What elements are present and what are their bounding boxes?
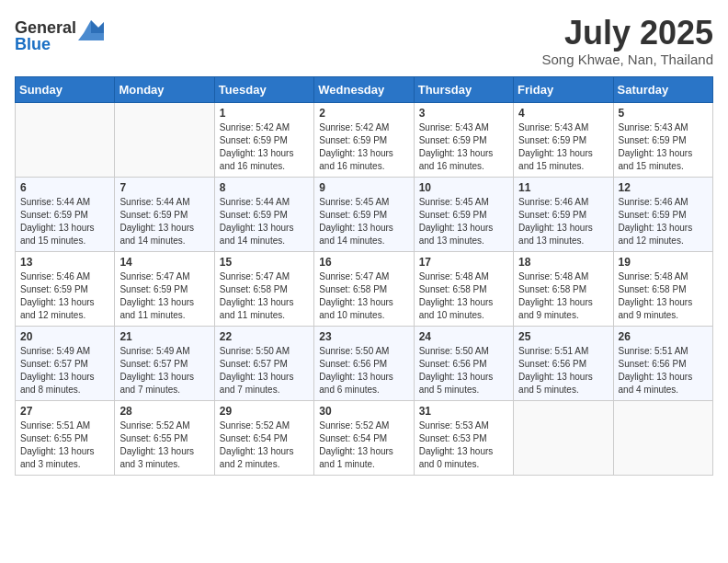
day-number: 24 — [419, 330, 508, 343]
calendar-week-row: 6Sunrise: 5:44 AMSunset: 6:59 PMDaylight… — [16, 177, 713, 251]
calendar-cell — [613, 400, 712, 475]
calendar-cell: 22Sunrise: 5:50 AMSunset: 6:57 PMDayligh… — [214, 326, 313, 400]
day-info: Sunrise: 5:50 AMSunset: 6:56 PMDaylight:… — [319, 345, 408, 396]
calendar-cell: 23Sunrise: 5:50 AMSunset: 6:56 PMDayligh… — [314, 326, 414, 400]
calendar-cell: 11Sunrise: 5:46 AMSunset: 6:59 PMDayligh… — [514, 177, 613, 251]
calendar-cell — [115, 102, 214, 177]
day-info: Sunrise: 5:47 AMSunset: 6:59 PMDaylight:… — [119, 270, 209, 322]
day-info: Sunrise: 5:45 AMSunset: 6:59 PMDaylight:… — [419, 196, 508, 247]
day-info: Sunrise: 5:46 AMSunset: 6:59 PMDaylight:… — [619, 196, 708, 247]
day-number: 16 — [319, 256, 408, 269]
day-number: 12 — [619, 181, 708, 194]
page-header: General Blue July 2025 Song Khwae, Nan, … — [15, 15, 713, 67]
calendar-cell: 19Sunrise: 5:48 AMSunset: 6:58 PMDayligh… — [613, 251, 712, 326]
svg-marker-1 — [91, 20, 104, 33]
calendar-cell: 13Sunrise: 5:46 AMSunset: 6:59 PMDayligh… — [16, 251, 115, 326]
day-info: Sunrise: 5:51 AMSunset: 6:56 PMDaylight:… — [619, 345, 708, 396]
calendar-cell: 31Sunrise: 5:53 AMSunset: 6:53 PMDayligh… — [414, 400, 513, 475]
calendar-cell: 20Sunrise: 5:49 AMSunset: 6:57 PMDayligh… — [16, 326, 115, 400]
calendar-cell: 27Sunrise: 5:51 AMSunset: 6:55 PMDayligh… — [16, 400, 115, 475]
calendar-cell: 7Sunrise: 5:44 AMSunset: 6:59 PMDaylight… — [115, 177, 214, 251]
day-number: 29 — [220, 405, 309, 418]
day-number: 4 — [518, 107, 608, 120]
day-info: Sunrise: 5:49 AMSunset: 6:57 PMDaylight:… — [119, 345, 209, 396]
day-info: Sunrise: 5:51 AMSunset: 6:56 PMDaylight:… — [518, 345, 608, 396]
day-info: Sunrise: 5:45 AMSunset: 6:59 PMDaylight:… — [319, 196, 408, 247]
day-number: 30 — [319, 405, 408, 418]
day-number: 5 — [619, 107, 708, 120]
day-number: 7 — [119, 181, 209, 194]
calendar-cell: 12Sunrise: 5:46 AMSunset: 6:59 PMDayligh… — [613, 177, 712, 251]
calendar-cell — [16, 102, 115, 177]
calendar-cell: 30Sunrise: 5:52 AMSunset: 6:54 PMDayligh… — [314, 400, 414, 475]
day-number: 6 — [20, 181, 109, 194]
day-info: Sunrise: 5:42 AMSunset: 6:59 PMDaylight:… — [319, 121, 408, 173]
calendar-cell: 26Sunrise: 5:51 AMSunset: 6:56 PMDayligh… — [613, 326, 712, 400]
calendar-cell: 29Sunrise: 5:52 AMSunset: 6:54 PMDayligh… — [214, 400, 313, 475]
day-number: 26 — [619, 330, 708, 343]
calendar-cell: 2Sunrise: 5:42 AMSunset: 6:59 PMDaylight… — [314, 102, 414, 177]
day-number: 17 — [419, 256, 508, 269]
day-number: 2 — [319, 107, 408, 120]
calendar-table: SundayMondayTuesdayWednesdayThursdayFrid… — [15, 76, 713, 476]
calendar-cell: 5Sunrise: 5:43 AMSunset: 6:59 PMDaylight… — [613, 102, 712, 177]
day-number: 31 — [419, 405, 508, 418]
calendar-header-row: SundayMondayTuesdayWednesdayThursdayFrid… — [16, 76, 713, 102]
day-info: Sunrise: 5:48 AMSunset: 6:58 PMDaylight:… — [518, 270, 608, 322]
calendar-cell: 8Sunrise: 5:44 AMSunset: 6:59 PMDaylight… — [214, 177, 313, 251]
day-info: Sunrise: 5:44 AMSunset: 6:59 PMDaylight:… — [220, 196, 309, 247]
calendar-week-row: 1Sunrise: 5:42 AMSunset: 6:59 PMDaylight… — [16, 102, 713, 177]
calendar-cell: 14Sunrise: 5:47 AMSunset: 6:59 PMDayligh… — [115, 251, 214, 326]
day-info: Sunrise: 5:51 AMSunset: 6:55 PMDaylight:… — [20, 419, 109, 471]
calendar-week-row: 20Sunrise: 5:49 AMSunset: 6:57 PMDayligh… — [16, 326, 713, 400]
day-number: 8 — [220, 181, 309, 194]
day-number: 20 — [20, 330, 109, 343]
calendar-cell: 4Sunrise: 5:43 AMSunset: 6:59 PMDaylight… — [514, 102, 613, 177]
day-number: 18 — [518, 256, 608, 269]
calendar-week-row: 13Sunrise: 5:46 AMSunset: 6:59 PMDayligh… — [16, 251, 713, 326]
day-number: 28 — [119, 405, 209, 418]
day-info: Sunrise: 5:53 AMSunset: 6:53 PMDaylight:… — [419, 419, 508, 471]
day-of-week-header: Monday — [115, 76, 214, 102]
day-info: Sunrise: 5:44 AMSunset: 6:59 PMDaylight:… — [20, 196, 109, 247]
logo-blue: Blue — [15, 35, 51, 54]
day-info: Sunrise: 5:43 AMSunset: 6:59 PMDaylight:… — [619, 121, 708, 173]
calendar-cell: 1Sunrise: 5:42 AMSunset: 6:59 PMDaylight… — [214, 102, 313, 177]
day-number: 14 — [119, 256, 209, 269]
calendar-cell: 21Sunrise: 5:49 AMSunset: 6:57 PMDayligh… — [115, 326, 214, 400]
day-number: 21 — [119, 330, 209, 343]
day-info: Sunrise: 5:43 AMSunset: 6:59 PMDaylight:… — [419, 121, 508, 173]
day-number: 3 — [419, 107, 508, 120]
calendar-cell — [514, 400, 613, 475]
day-of-week-header: Thursday — [414, 76, 513, 102]
day-info: Sunrise: 5:44 AMSunset: 6:59 PMDaylight:… — [119, 196, 209, 247]
day-number: 27 — [20, 405, 109, 418]
day-number: 15 — [220, 256, 309, 269]
calendar-cell: 9Sunrise: 5:45 AMSunset: 6:59 PMDaylight… — [314, 177, 414, 251]
calendar-cell: 16Sunrise: 5:47 AMSunset: 6:58 PMDayligh… — [314, 251, 414, 326]
calendar-cell: 17Sunrise: 5:48 AMSunset: 6:58 PMDayligh… — [414, 251, 513, 326]
day-info: Sunrise: 5:50 AMSunset: 6:56 PMDaylight:… — [419, 345, 508, 396]
day-info: Sunrise: 5:43 AMSunset: 6:59 PMDaylight:… — [518, 121, 608, 173]
calendar-cell: 10Sunrise: 5:45 AMSunset: 6:59 PMDayligh… — [414, 177, 513, 251]
calendar-cell: 15Sunrise: 5:47 AMSunset: 6:58 PMDayligh… — [214, 251, 313, 326]
day-info: Sunrise: 5:50 AMSunset: 6:57 PMDaylight:… — [220, 345, 309, 396]
day-info: Sunrise: 5:47 AMSunset: 6:58 PMDaylight:… — [319, 270, 408, 322]
day-info: Sunrise: 5:46 AMSunset: 6:59 PMDaylight:… — [518, 196, 608, 247]
day-of-week-header: Sunday — [16, 76, 115, 102]
calendar-cell: 6Sunrise: 5:44 AMSunset: 6:59 PMDaylight… — [16, 177, 115, 251]
day-number: 23 — [319, 330, 408, 343]
month-year-title: July 2025 — [541, 15, 713, 52]
day-of-week-header: Wednesday — [314, 76, 414, 102]
day-info: Sunrise: 5:48 AMSunset: 6:58 PMDaylight:… — [619, 270, 708, 322]
day-number: 13 — [20, 256, 109, 269]
calendar-cell: 24Sunrise: 5:50 AMSunset: 6:56 PMDayligh… — [414, 326, 513, 400]
day-number: 19 — [619, 256, 708, 269]
day-info: Sunrise: 5:52 AMSunset: 6:54 PMDaylight:… — [319, 419, 408, 471]
day-info: Sunrise: 5:49 AMSunset: 6:57 PMDaylight:… — [20, 345, 109, 396]
day-number: 25 — [518, 330, 608, 343]
logo-icon — [78, 15, 104, 40]
day-number: 1 — [220, 107, 309, 120]
day-number: 22 — [220, 330, 309, 343]
day-info: Sunrise: 5:52 AMSunset: 6:54 PMDaylight:… — [220, 419, 309, 471]
